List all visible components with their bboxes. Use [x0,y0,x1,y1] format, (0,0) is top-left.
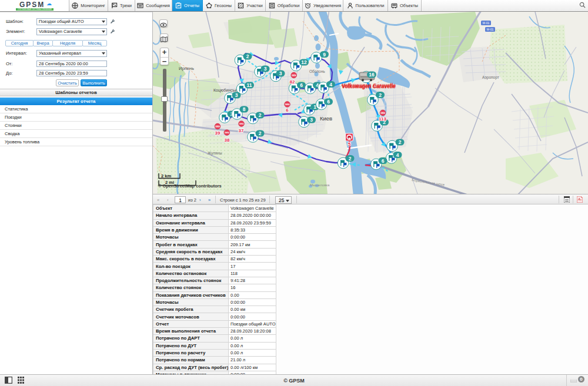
svg-text:16: 16 [369,72,375,78]
svg-text:3: 3 [279,71,282,76]
svg-text:38: 38 [225,137,230,143]
svg-text:39: 39 [215,130,220,136]
svg-text:М-01: М-01 [487,28,494,31]
svg-text:2: 2 [259,130,262,136]
svg-text:Киев: Киев [320,115,332,122]
svg-text:6: 6 [382,158,385,164]
svg-text:2: 2 [379,92,382,98]
svg-text:Жуляны: Жуляны [208,151,222,156]
svg-text:9: 9 [323,52,326,58]
svg-text:3: 3 [310,117,313,123]
svg-text:5: 5 [348,142,351,147]
svg-text:4: 4 [396,152,399,158]
svg-text:2: 2 [399,139,402,145]
svg-text:Аэропорт: Аэропорт [482,75,499,80]
svg-text:82: 82 [290,79,295,85]
svg-text:2: 2 [349,156,352,162]
svg-text:STOP: STOP [215,125,219,127]
svg-text:М-01: М-01 [483,21,490,25]
svg-text:2: 2 [246,53,249,59]
svg-text:11: 11 [247,82,252,88]
svg-text:STOP: STOP [225,132,229,134]
svg-text:Оболонь: Оболонь [309,69,325,73]
svg-text:3: 3 [235,92,238,98]
svg-text:STOP: STOP [285,103,289,106]
svg-text:37: 37 [239,128,244,133]
svg-text:6: 6 [286,108,289,113]
svg-text:12: 12 [301,59,307,65]
svg-text:2: 2 [259,112,262,118]
svg-text:6: 6 [300,82,303,88]
svg-text:6: 6 [327,99,330,105]
svg-text:STOP: STOP [380,112,385,114]
svg-text:STOP: STOP [239,123,243,125]
svg-text:113: 113 [379,116,386,122]
svg-text:Ирпень: Ирпень [179,66,194,71]
svg-text:4: 4 [329,82,332,88]
svg-text:8: 8 [243,106,246,112]
svg-text:2 km: 2 km [161,173,171,179]
svg-text:STOP: STOP [292,74,296,76]
svg-text:Volkswagen Caravelle: Volkswagen Caravelle [342,82,396,88]
svg-text:3: 3 [264,66,267,72]
svg-text:© OpenStreetMap contributors: © OpenStreetMap contributors [158,183,222,189]
svg-text:Мышеловка: Мышеловка [310,183,330,187]
